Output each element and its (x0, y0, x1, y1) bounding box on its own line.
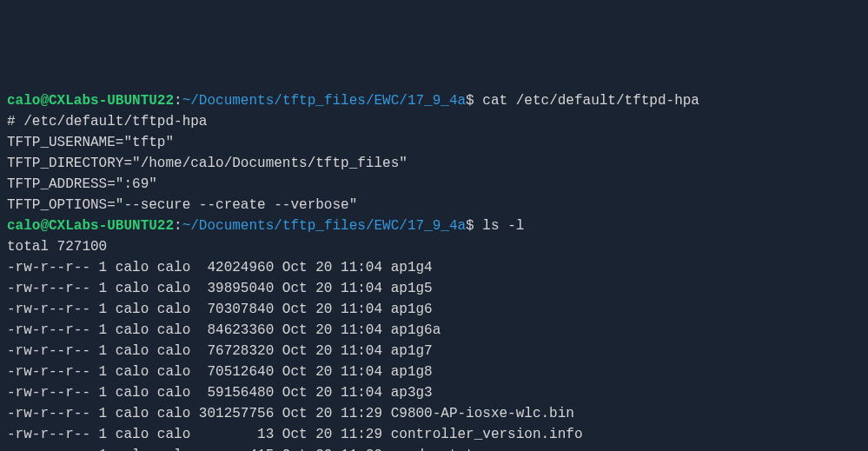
ls-total: total 727100 (7, 236, 861, 257)
cat-output-options: TFTP_OPTIONS="--secure --create --verbos… (7, 195, 861, 216)
prompt-path: ~/Documents/tftp_files/EWC/17_9_4a (182, 218, 466, 234)
ls-row: -rw-r--r-- 1 calo calo 76728320 Oct 20 1… (7, 341, 861, 361)
prompt-dollar: $ (466, 93, 474, 109)
ls-row: -rw-r--r-- 1 calo calo 301257756 Oct 20 … (7, 403, 861, 424)
ls-row: -rw-r--r-- 1 calo calo 84623360 Oct 20 1… (7, 320, 861, 341)
prompt-colon: : (174, 93, 182, 109)
command-cat: cat /etc/default/tftpd-hpa (482, 93, 699, 109)
ls-row: -rw-r--r-- 1 calo calo 415 Oct 20 11:29 … (7, 445, 861, 451)
cat-output-username: TFTP_USERNAME="tftp" (7, 132, 861, 153)
command-ls: ls -l (482, 218, 524, 234)
ls-row: -rw-r--r-- 1 calo calo 59156480 Oct 20 1… (7, 382, 861, 403)
ls-row: -rw-r--r-- 1 calo calo 70307840 Oct 20 1… (7, 299, 861, 320)
prompt-dollar: $ (466, 218, 474, 234)
prompt-colon: : (174, 218, 182, 234)
cat-output-address: TFTP_ADDRESS=":69" (7, 174, 861, 195)
command-line-cat: calo@CXLabs-UBUNTU22:~/Documents/tftp_fi… (7, 90, 861, 111)
ls-row: -rw-r--r-- 1 calo calo 42024960 Oct 20 1… (7, 257, 861, 278)
prompt-host: CXLabs-UBUNTU22 (49, 93, 174, 109)
prompt-host: CXLabs-UBUNTU22 (49, 218, 174, 234)
prompt-user: calo (7, 93, 40, 109)
ls-row: -rw-r--r-- 1 calo calo 39895040 Oct 20 1… (7, 278, 861, 299)
prompt-at: @ (40, 218, 49, 234)
ls-row: -rw-r--r-- 1 calo calo 13 Oct 20 11:29 c… (7, 424, 861, 445)
terminal-output[interactable]: calo@CXLabs-UBUNTU22:~/Documents/tftp_fi… (7, 90, 861, 451)
prompt-user: calo (7, 218, 40, 234)
prompt-path: ~/Documents/tftp_files/EWC/17_9_4a (182, 93, 466, 109)
prompt-at: @ (40, 93, 49, 109)
cat-output-directory: TFTP_DIRECTORY="/home/calo/Documents/tft… (7, 153, 861, 174)
command-line-ls: calo@CXLabs-UBUNTU22:~/Documents/tftp_fi… (7, 216, 861, 236)
ls-row: -rw-r--r-- 1 calo calo 70512640 Oct 20 1… (7, 361, 861, 382)
cat-output-comment: # /etc/default/tftpd-hpa (7, 111, 861, 132)
